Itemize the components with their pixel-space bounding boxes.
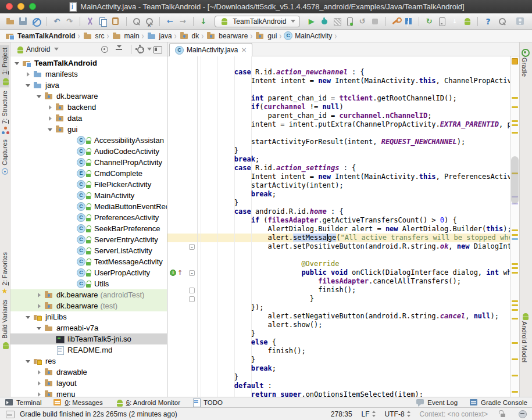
project-structure-button[interactable]	[402, 15, 415, 28]
tree-item-filepickeractivity[interactable]: CFilePickerActivity	[10, 179, 167, 190]
replace-button[interactable]: A	[143, 15, 155, 28]
breadcrumb-gui[interactable]: gui	[255, 31, 277, 41]
tree-item-channelpropactivity[interactable]: CChannelPropActivity	[10, 157, 167, 168]
breadcrumb-java[interactable]: java	[147, 31, 172, 41]
breadcrumb-src[interactable]: src	[83, 31, 105, 41]
tree-item-armeabi-v7a[interactable]: armeabi-v7a	[10, 322, 167, 333]
back-button[interactable]: ←	[164, 15, 176, 28]
find-button[interactable]	[130, 15, 142, 28]
tree-item-backend[interactable]: backend	[10, 102, 167, 113]
code-editor[interactable]: case R.id.action_newchannel : {Intent in…	[198, 56, 510, 397]
tree-item-dk-bearware[interactable]: dk.bearware(androidTest)	[10, 289, 167, 300]
sdk-manager-button[interactable]: ↓	[449, 15, 461, 28]
compile-button[interactable]: ↓	[197, 15, 209, 28]
breadcrumb-main[interactable]: main	[112, 31, 140, 41]
tree-item-utils[interactable]: CUtils	[10, 278, 167, 289]
collapse-arrow-icon[interactable]	[25, 80, 33, 91]
expand-arrow-icon[interactable]	[36, 367, 44, 378]
expand-arrow-icon[interactable]	[36, 290, 44, 300]
restart-button[interactable]: ↺	[356, 15, 369, 28]
tree-item-gui[interactable]: gui	[10, 124, 167, 135]
fold-marker[interactable]	[189, 288, 195, 293]
tree-item-java[interactable]: java	[10, 80, 167, 91]
expand-arrow-icon[interactable]	[47, 113, 55, 124]
hector-icon[interactable]	[517, 409, 527, 419]
debug-button[interactable]	[318, 15, 330, 28]
tool-button-captures[interactable]: Captures	[0, 137, 9, 178]
collapse-arrow-icon[interactable]	[25, 356, 33, 367]
open-folder-button[interactable]	[5, 15, 17, 28]
toolwindow-button-gradle-console[interactable]: Gradle Console	[469, 398, 527, 407]
tree-item-dk-bearware[interactable]: dk.bearware	[10, 91, 167, 102]
fold-marker[interactable]: -	[189, 244, 195, 250]
tree-item-mediabuttoneventrec[interactable]: CMediaButtonEventRec	[10, 201, 167, 212]
breadcrumb-dk[interactable]: dk	[179, 31, 199, 41]
tree-item-serverlistactivity[interactable]: CServerListActivity	[10, 245, 167, 256]
tree-item-menu[interactable]: menu	[10, 389, 167, 397]
sync-button[interactable]	[30, 15, 42, 28]
tree-item-seekbarpreference[interactable]: CSeekBarPreference	[10, 223, 167, 234]
paste-button[interactable]	[110, 15, 122, 28]
tree-item-res[interactable]: res	[10, 356, 167, 367]
copy-button[interactable]	[97, 15, 109, 28]
tree-item-dk-bearware[interactable]: dk.bearware(test)	[10, 300, 167, 311]
inspection-indicator[interactable]	[512, 58, 518, 64]
tree-item-readme-md[interactable]: README.md	[10, 344, 167, 356]
avatar-button[interactable]	[513, 15, 527, 28]
tool-button-gradle[interactable]: Gradle	[520, 45, 529, 80]
expand-arrow-icon[interactable]	[47, 102, 55, 113]
project-view-selector[interactable]: Android	[13, 45, 60, 53]
tree-item-libteamtalk5-jni-so[interactable]: libTeamTalk5-jni.so	[10, 333, 167, 344]
toolwindow-button-todo[interactable]: TODO	[192, 398, 223, 407]
tree-item-accessibilityassistan[interactable]: CAccessibilityAssistan	[10, 135, 167, 146]
implements-method-icon[interactable]: I	[170, 270, 176, 276]
breadcrumb-mainactivity[interactable]: CMainActivity	[284, 31, 332, 40]
tree-item-teamtalkandroid[interactable]: TeamTalkAndroid	[10, 58, 167, 69]
toolwindow-toggle-icon[interactable]	[5, 409, 15, 419]
expand-arrow-icon[interactable]	[36, 378, 44, 389]
collapse-arrow-icon[interactable]	[36, 91, 44, 102]
cut-button[interactable]	[84, 15, 97, 28]
toolwindow-button-0-messages[interactable]: 0: Messages	[53, 398, 102, 407]
tree-item-mainactivity[interactable]: CMainActivity	[10, 190, 167, 201]
device-monitor-button[interactable]	[436, 15, 448, 28]
tree-item-serverentryactivity[interactable]: CServerEntryActivity	[10, 234, 167, 245]
save-button[interactable]	[17, 15, 30, 28]
expand-arrow-icon[interactable]	[36, 301, 44, 311]
scrollbar-thumb[interactable]	[511, 156, 519, 204]
encoding-widget[interactable]: UTF-8	[385, 410, 410, 418]
tool-button-build-variants[interactable]: Build Variants	[0, 297, 9, 351]
collapse-arrow-icon[interactable]	[14, 58, 22, 69]
line-separator-widget[interactable]: LF	[362, 410, 376, 418]
tab-mainactivity[interactable]: C MainActivity.java ×	[169, 43, 252, 56]
tree-item-cmdcomplete[interactable]: ECmdComplete	[10, 168, 167, 179]
toolwindow-button-terminal[interactable]: Terminal	[5, 398, 41, 407]
search-button[interactable]	[495, 15, 509, 28]
close-window-button[interactable]	[6, 3, 13, 10]
collapse-all-button[interactable]	[113, 44, 126, 55]
locate-file-button[interactable]	[98, 44, 111, 55]
tree-item-audiocodecactivity[interactable]: CAudioCodecActivity	[10, 146, 167, 157]
run-button[interactable]: ▶	[305, 15, 317, 28]
tree-item-preferencesactivity[interactable]: CPreferencesActivity	[10, 212, 167, 223]
run-configuration-combo[interactable]: TeamTalkAndroid	[215, 16, 300, 27]
expand-arrow-icon[interactable]	[36, 389, 44, 397]
breadcrumb-teamtalkandroid[interactable]: TeamTalkAndroid	[5, 31, 76, 41]
tree-item-data[interactable]: data	[10, 113, 167, 124]
wrench-button[interactable]	[390, 15, 402, 28]
redo-button[interactable]: ↷	[63, 15, 76, 28]
tree-item-userpropactivity[interactable]: CUserPropActivity	[10, 267, 167, 278]
tree-item-drawable[interactable]: drawable	[10, 367, 167, 378]
collapse-arrow-icon[interactable]	[25, 312, 33, 322]
tool-button-2-favorites[interactable]: ★2: Favorites	[0, 249, 9, 298]
collapse-arrow-icon[interactable]	[47, 124, 55, 135]
android-button[interactable]	[461, 15, 473, 28]
collapse-arrow-icon[interactable]	[36, 323, 44, 333]
minimize-window-button[interactable]	[17, 3, 24, 10]
caret-position[interactable]: 278:35	[331, 410, 352, 418]
hide-panel-button[interactable]	[151, 44, 164, 55]
panel-settings-button[interactable]	[137, 44, 149, 55]
coverage-button[interactable]	[331, 15, 343, 28]
undo-button[interactable]: ↶	[51, 15, 63, 28]
attach-debugger-button[interactable]	[344, 15, 356, 28]
